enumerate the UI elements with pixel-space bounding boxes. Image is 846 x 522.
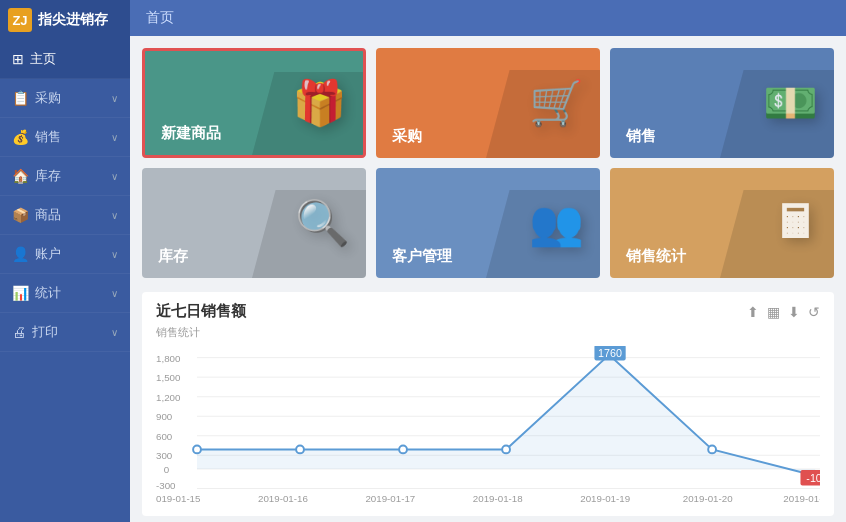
purchase-icon: 📋 — [12, 90, 29, 106]
y-label-1500: 1,500 — [156, 372, 181, 383]
chevron-icon: ∨ — [111, 210, 118, 221]
tile-purchase-icon: 🛒 — [529, 77, 584, 129]
sidebar-item-print[interactable]: 🖨 打印 ∨ — [0, 313, 130, 352]
x-label-0115: 2019-01-15 — [156, 493, 201, 504]
sidebar-label-goods: 商品 — [35, 206, 61, 224]
tile-customer[interactable]: 客户管理 👥 — [376, 168, 600, 278]
sidebar-label-inventory: 库存 — [35, 167, 61, 185]
sidebar-item-stats[interactable]: 📊 统计 ∨ — [0, 274, 130, 313]
x-label-0116: 2019-01-16 — [258, 493, 308, 504]
chart-action-table[interactable]: ▦ — [767, 304, 780, 320]
x-label-0118: 2019-01-18 — [473, 493, 523, 504]
chart-subtitle: 销售统计 — [156, 325, 820, 340]
y-label-300: 300 — [156, 450, 173, 461]
data-point-2 — [399, 446, 407, 454]
chart-container: 1,800 1,500 1,200 900 600 300 0 -300 — [156, 346, 820, 506]
y-label-0: 0 — [164, 464, 170, 475]
content-area: 新建商品 🎁 采购 🛒 销售 💵 库存 🔍 客户管理 👥 销售统计 — [130, 36, 846, 522]
tile-inventory-label: 库存 — [158, 247, 188, 266]
chevron-icon: ∨ — [111, 93, 118, 104]
tile-purchase[interactable]: 采购 🛒 — [376, 48, 600, 158]
home-icon: ⊞ — [12, 51, 24, 67]
data-point-5 — [708, 446, 716, 454]
app-title: 指尖进销存 — [38, 11, 108, 29]
sidebar-item-goods[interactable]: 📦 商品 ∨ — [0, 196, 130, 235]
data-point-0 — [193, 446, 201, 454]
x-label-0117: 2019-01-17 — [365, 493, 415, 504]
tile-sales-icon: 💵 — [763, 77, 818, 129]
tile-sales-stats-label: 销售统计 — [626, 247, 686, 266]
sidebar-label-home: 主页 — [30, 50, 56, 68]
chevron-icon: ∨ — [111, 249, 118, 260]
sidebar-item-home[interactable]: ⊞ 主页 — [0, 40, 130, 79]
sidebar: ZJ 指尖进销存 ⊞ 主页 📋 采购 ∨ 💰 销售 ∨ 🏠 库存 ∨ 📦 商品 — [0, 0, 130, 522]
main-content: 首页 新建商品 🎁 采购 🛒 销售 💵 库存 🔍 客户管理 👥 — [130, 0, 846, 522]
chart-action-download[interactable]: ⬇ — [788, 304, 800, 320]
tile-purchase-label: 采购 — [392, 127, 422, 146]
data-label-1760: 1760 — [598, 347, 622, 359]
sidebar-item-sales[interactable]: 💰 销售 ∨ — [0, 118, 130, 157]
data-point-3 — [502, 446, 510, 454]
sidebar-label-stats: 统计 — [35, 284, 61, 302]
chevron-icon: ∨ — [111, 288, 118, 299]
x-label-0121: 2019-01-21 — [783, 493, 820, 504]
chart-action-export[interactable]: ⬆ — [747, 304, 759, 320]
y-label-600: 600 — [156, 431, 173, 442]
y-label-1800: 1,800 — [156, 353, 181, 364]
account-icon: 👤 — [12, 246, 29, 262]
chart-section: 近七日销售额 ⬆ ▦ ⬇ ↺ 销售统计 1,800 1,500 1,200 90… — [142, 292, 834, 516]
tile-customer-label: 客户管理 — [392, 247, 452, 266]
y-label-minus300: -300 — [156, 480, 176, 491]
chart-header: 近七日销售额 ⬆ ▦ ⬇ ↺ — [156, 302, 820, 321]
tile-sales[interactable]: 销售 💵 — [610, 48, 834, 158]
breadcrumb: 首页 — [146, 9, 174, 27]
tile-new-product-label: 新建商品 — [161, 124, 221, 143]
sidebar-item-purchase[interactable]: 📋 采购 ∨ — [0, 79, 130, 118]
sidebar-item-inventory[interactable]: 🏠 库存 ∨ — [0, 157, 130, 196]
sidebar-label-purchase: 采购 — [35, 89, 61, 107]
sidebar-label-print: 打印 — [32, 323, 58, 341]
tile-new-product[interactable]: 新建商品 🎁 — [142, 48, 366, 158]
app-logo: ZJ 指尖进销存 — [0, 0, 130, 40]
y-label-900: 900 — [156, 411, 173, 422]
chevron-icon: ∨ — [111, 327, 118, 338]
sales-chart: 1,800 1,500 1,200 900 600 300 0 -300 — [156, 346, 820, 506]
inventory-icon: 🏠 — [12, 168, 29, 184]
y-label-1200: 1,200 — [156, 392, 181, 403]
sidebar-label-sales: 销售 — [35, 128, 61, 146]
chart-title: 近七日销售额 — [156, 302, 246, 321]
chart-area-fill — [197, 355, 815, 476]
tile-customer-icon: 👥 — [529, 197, 584, 249]
page-header: 首页 — [130, 0, 846, 36]
logo-icon: ZJ — [8, 8, 32, 32]
chevron-icon: ∨ — [111, 132, 118, 143]
tile-inventory[interactable]: 库存 🔍 — [142, 168, 366, 278]
tile-sales-label: 销售 — [626, 127, 656, 146]
goods-icon: 📦 — [12, 207, 29, 223]
x-label-0120: 2019-01-20 — [683, 493, 733, 504]
data-point-1 — [296, 446, 304, 454]
x-label-0119: 2019-01-19 — [580, 493, 630, 504]
sidebar-item-account[interactable]: 👤 账户 ∨ — [0, 235, 130, 274]
quick-access-tiles: 新建商品 🎁 采购 🛒 销售 💵 库存 🔍 客户管理 👥 销售统计 — [142, 48, 834, 278]
chart-actions: ⬆ ▦ ⬇ ↺ — [747, 304, 820, 320]
chevron-icon: ∨ — [111, 171, 118, 182]
data-label-minus100: -100 — [806, 472, 820, 484]
sidebar-label-account: 账户 — [35, 245, 61, 263]
tile-sales-stats[interactable]: 销售统计 🖩 — [610, 168, 834, 278]
tile-new-product-icon: 🎁 — [292, 77, 347, 129]
print-icon: 🖨 — [12, 324, 26, 340]
sales-icon: 💰 — [12, 129, 29, 145]
tile-inventory-icon: 🔍 — [295, 197, 350, 249]
chart-action-refresh[interactable]: ↺ — [808, 304, 820, 320]
stats-icon: 📊 — [12, 285, 29, 301]
tile-sales-stats-icon: 🖩 — [774, 198, 818, 248]
